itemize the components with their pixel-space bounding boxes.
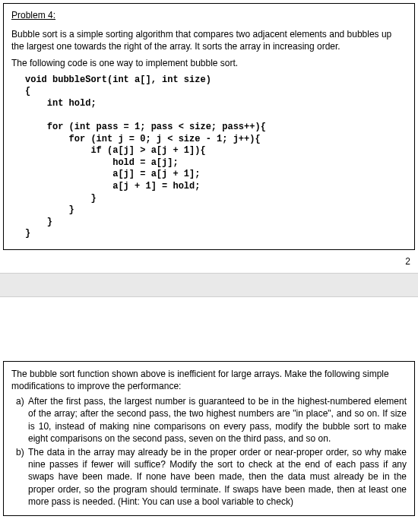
page-gap (0, 273, 418, 297)
problem-paragraph-2: The following code is one way to impleme… (11, 57, 407, 69)
problem-box: Problem 4: Bubble sort is a simple sorti… (3, 3, 415, 250)
modifications-box: The bubble sort function shown above is … (3, 361, 415, 516)
problem-paragraph-1: Bubble sort is a simple sorting algorith… (11, 28, 407, 52)
list-item-b: b) The data in the array may already be … (11, 446, 407, 508)
page-number: 2 (0, 253, 418, 273)
modifications-intro: The bubble sort function shown above is … (11, 368, 407, 392)
item-a-label: a) (11, 395, 28, 445)
page-spacer (0, 297, 418, 358)
item-a-text: After the first pass, the largest number… (28, 395, 407, 445)
item-b-label: b) (11, 446, 28, 508)
modifications-list: a) After the first pass, the largest num… (11, 395, 407, 508)
problem-title: Problem 4: (11, 10, 407, 21)
list-item-a: a) After the first pass, the largest num… (11, 395, 407, 445)
code-block: void bubbleSort(int a[], int size) { int… (25, 74, 407, 240)
item-b-text: The data in the array may already be in … (28, 446, 407, 508)
